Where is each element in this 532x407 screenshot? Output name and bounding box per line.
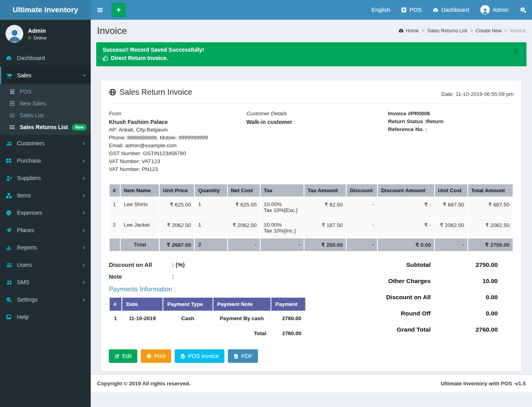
breadcrumb-sales-returns-list[interactable]: Sales Returns List bbox=[427, 28, 467, 34]
sidebar-item-items[interactable]: Items‹ bbox=[0, 187, 91, 204]
settings-menu[interactable] bbox=[514, 0, 532, 20]
sidebar-item-customers[interactable]: Customers‹ bbox=[0, 135, 91, 152]
payments-section: Discount on All : (%) Note : Payments In… bbox=[109, 261, 331, 342]
chevron-down-icon: ‹ bbox=[80, 74, 87, 76]
breadcrumb-create-new[interactable]: Create New bbox=[476, 28, 502, 34]
breadcrumb-separator: > bbox=[470, 28, 473, 34]
invoice-info-row: From Khush Fashion Palace AP: Ankali, Ci… bbox=[109, 110, 513, 173]
users-icon bbox=[6, 262, 14, 268]
globe-icon bbox=[109, 88, 116, 96]
quick-add-button[interactable]: + bbox=[112, 3, 125, 17]
print-button[interactable]: Print bbox=[141, 349, 171, 363]
sidebar: Admin Online Dashboard Sales ‹ POS New S… bbox=[0, 20, 91, 407]
book-icon bbox=[6, 314, 14, 320]
items-table: # Item Name Unit Price Quantity Net Cost… bbox=[109, 184, 513, 252]
sidebar-item-sms[interactable]: SMS‹ bbox=[0, 274, 91, 291]
sidebar-item-new-sales[interactable]: New Sales bbox=[0, 98, 91, 109]
company-phone: Phone: 8888888888, Mobile: 9999999999 bbox=[109, 134, 246, 142]
footer: Copyright © 2019 All rights reserved. Ul… bbox=[91, 374, 532, 392]
breadcrumb-home[interactable]: Home bbox=[398, 28, 419, 34]
sidebar-item-sales[interactable]: Sales ‹ bbox=[0, 67, 91, 84]
sidebar-item-suppliers[interactable]: Suppliers‹ bbox=[0, 169, 91, 187]
user-menu[interactable]: Admin bbox=[475, 0, 514, 20]
cart-icon bbox=[6, 73, 14, 79]
navbar: + English POS Dashboard Admin bbox=[91, 0, 532, 20]
company-address: AP: Ankali, City:Belgaum bbox=[109, 126, 246, 134]
pos-invoice-button[interactable]: POS Invoice bbox=[175, 349, 224, 363]
from-block: From Khush Fashion Palace AP: Ankali, Ci… bbox=[109, 110, 246, 173]
invoice-meta-block: Invoice #PR0006 Return Status :Return Re… bbox=[388, 110, 513, 173]
invoice-title: Sales Return Invoice bbox=[109, 88, 192, 97]
plus-square-icon bbox=[9, 101, 17, 106]
file-pdf-icon bbox=[233, 354, 239, 359]
new-badge: New bbox=[72, 124, 87, 131]
company-vat2: VAT Number: PN123 bbox=[109, 165, 246, 173]
sidebar-item-settings[interactable]: Settings‹ bbox=[0, 291, 91, 308]
invoice-number: Invoice #PR0006 bbox=[388, 110, 513, 118]
summary-section: Subtotal 2750.00 Other Charges 10.00 Dis… bbox=[331, 261, 513, 342]
invoice-date: Date: 11-10-2019 06:55:09 pm bbox=[441, 91, 513, 97]
invoice-card-header: Sales Return Invoice Date: 11-10-2019 06… bbox=[109, 88, 513, 103]
pdf-button[interactable]: PDF bbox=[228, 349, 258, 363]
content-header: Invoice Home > Sales Returns List > Crea… bbox=[91, 20, 532, 36]
sidebar-item-dashboard[interactable]: Dashboard bbox=[0, 49, 91, 67]
reference-no: Reference No. : bbox=[388, 126, 513, 133]
user-avatar-icon bbox=[480, 5, 490, 15]
sidebar-item-users[interactable]: Users‹ bbox=[0, 256, 91, 274]
user-name: Admin bbox=[28, 28, 47, 34]
edit-button[interactable]: Edit bbox=[109, 349, 137, 363]
company-vat: VAT Number: VAT123 bbox=[109, 158, 246, 165]
sidebar-item-reports[interactable]: Reports‹ bbox=[0, 239, 91, 256]
payment-row: 1 11-10-2019 Cash Payment By cash 2760.0… bbox=[110, 311, 305, 326]
note-row: Note : bbox=[109, 273, 331, 280]
chevron-left-icon: ‹ bbox=[83, 158, 85, 164]
sidebar-item-expenses[interactable]: Expenses‹ bbox=[0, 204, 91, 221]
chevron-left-icon: ‹ bbox=[83, 227, 85, 233]
users-icon bbox=[6, 141, 14, 146]
bar-chart-icon bbox=[6, 245, 14, 250]
items-total-row: Total ₹ 2687.50 2 - - ₹ 250.00 - ₹ 0.00 … bbox=[110, 238, 513, 251]
thumbs-up-icon bbox=[103, 55, 108, 61]
payments-header-row: # Date Payment Type Payment Note Payment bbox=[110, 298, 305, 311]
discount-on-all-row: Discount on All : (%) bbox=[109, 261, 331, 268]
chevron-left-icon: ‹ bbox=[83, 296, 85, 303]
close-icon[interactable]: × bbox=[514, 47, 518, 54]
chevron-left-icon: ‹ bbox=[83, 244, 85, 251]
payments-table: # Date Payment Type Payment Note Payment… bbox=[109, 297, 306, 341]
sidebar-item-pos[interactable]: POS bbox=[0, 86, 91, 98]
sidebar-item-sales-list[interactable]: Sales List bbox=[0, 109, 91, 121]
dashboard-icon bbox=[398, 28, 404, 34]
dashboard-icon bbox=[6, 55, 14, 61]
cogs-icon bbox=[520, 7, 526, 13]
user-status: Online bbox=[34, 36, 47, 40]
language-menu[interactable]: English bbox=[366, 0, 396, 20]
nav-pos-link[interactable]: POS bbox=[396, 0, 427, 20]
page-title: Invoice bbox=[97, 25, 127, 36]
minus-circle-icon bbox=[6, 210, 14, 216]
alert-message: Success!! Record Saved Successfully! bbox=[103, 47, 520, 53]
customer-heading: Customer Details bbox=[246, 110, 388, 118]
payments-title: Payments Information : bbox=[109, 285, 331, 293]
sidebar-item-places[interactable]: Places‹ bbox=[0, 221, 91, 239]
sidebar-item-sales-returns-list[interactable]: Sales Returns List New bbox=[0, 121, 91, 133]
cubes-icon bbox=[6, 193, 14, 199]
version-text: Ultimate Inventory with POS -v1.5 bbox=[441, 381, 526, 386]
sidebar-user-panel: Admin Online bbox=[0, 20, 91, 48]
plus-square-icon bbox=[401, 7, 407, 13]
chevron-left-icon: ‹ bbox=[83, 210, 85, 216]
breadcrumb-current: Invoice bbox=[510, 28, 526, 34]
chevron-left-icon: ‹ bbox=[83, 192, 85, 199]
dashboard-icon bbox=[433, 7, 439, 13]
main-content: Invoice Home > Sales Returns List > Crea… bbox=[91, 20, 532, 407]
sidebar-item-help[interactable]: Help bbox=[0, 308, 91, 326]
sidebar-toggle-button[interactable] bbox=[91, 0, 109, 20]
sidebar-menu: Dashboard Sales ‹ POS New Sales Sales Li… bbox=[0, 49, 91, 326]
sidebar-item-purchase[interactable]: Purchase‹ bbox=[0, 152, 91, 169]
customer-name: Walk-in customer bbox=[246, 118, 388, 126]
app-logo[interactable]: Ultimate Inventory bbox=[0, 0, 91, 20]
file-icon bbox=[180, 354, 185, 359]
list-icon bbox=[9, 124, 17, 130]
breadcrumb-separator: > bbox=[422, 28, 424, 34]
summary-discount: Discount on All 0.00 bbox=[331, 294, 498, 301]
nav-dashboard-link[interactable]: Dashboard bbox=[427, 0, 475, 20]
